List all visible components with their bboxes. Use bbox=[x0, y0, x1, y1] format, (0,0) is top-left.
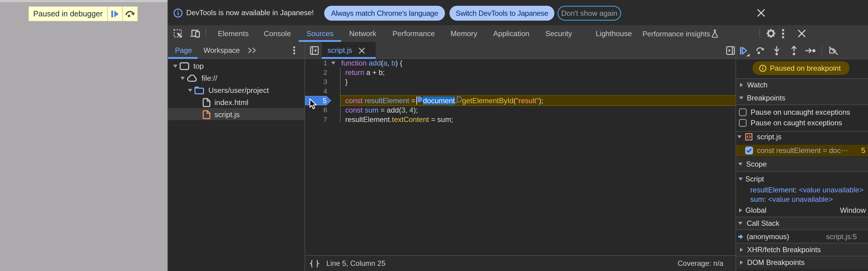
svg-text:5: 5 bbox=[323, 97, 327, 105]
